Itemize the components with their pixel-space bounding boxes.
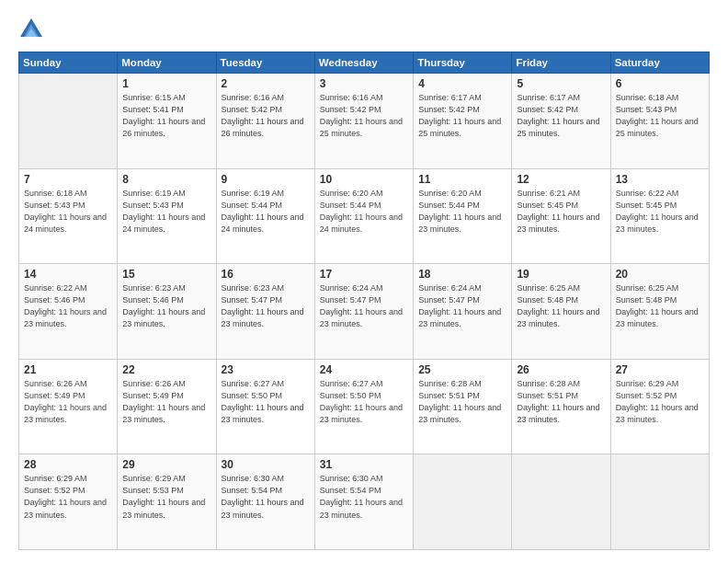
calendar-cell: 5Sunrise: 6:17 AM Sunset: 5:42 PM Daylig… (512, 74, 610, 169)
day-number: 23 (222, 363, 310, 376)
day-number: 17 (320, 268, 408, 281)
calendar-cell: 2Sunrise: 6:16 AM Sunset: 5:42 PM Daylig… (216, 74, 314, 169)
week-row-3: 14Sunrise: 6:22 AM Sunset: 5:46 PM Dayli… (19, 264, 710, 360)
week-row-1: 1Sunrise: 6:15 AM Sunset: 5:41 PM Daylig… (19, 74, 710, 169)
day-number: 4 (418, 77, 506, 90)
weekday-header-friday: Friday (512, 52, 610, 74)
weekday-header-saturday: Saturday (610, 52, 709, 74)
day-info: Sunrise: 6:25 AM Sunset: 5:48 PM Dayligh… (517, 282, 605, 330)
day-info: Sunrise: 6:23 AM Sunset: 5:46 PM Dayligh… (122, 282, 210, 330)
weekday-header-tuesday: Tuesday (216, 52, 314, 74)
day-info: Sunrise: 6:28 AM Sunset: 5:51 PM Dayligh… (418, 378, 506, 426)
day-info: Sunrise: 6:19 AM Sunset: 5:44 PM Dayligh… (222, 188, 310, 236)
page: SundayMondayTuesdayWednesdayThursdayFrid… (0, 0, 728, 563)
day-number: 1 (122, 77, 210, 90)
day-number: 14 (24, 268, 112, 281)
calendar-cell: 26Sunrise: 6:28 AM Sunset: 5:51 PM Dayli… (512, 359, 610, 454)
day-number: 10 (320, 173, 408, 186)
day-info: Sunrise: 6:30 AM Sunset: 5:54 PM Dayligh… (222, 473, 310, 521)
calendar-cell: 16Sunrise: 6:23 AM Sunset: 5:47 PM Dayli… (216, 264, 314, 360)
calendar-cell: 19Sunrise: 6:25 AM Sunset: 5:48 PM Dayli… (512, 264, 610, 360)
calendar-cell: 9Sunrise: 6:19 AM Sunset: 5:44 PM Daylig… (216, 168, 314, 264)
day-info: Sunrise: 6:15 AM Sunset: 5:41 PM Dayligh… (122, 92, 210, 140)
calendar-cell: 17Sunrise: 6:24 AM Sunset: 5:47 PM Dayli… (314, 264, 413, 360)
day-info: Sunrise: 6:29 AM Sunset: 5:52 PM Dayligh… (24, 473, 112, 521)
day-info: Sunrise: 6:18 AM Sunset: 5:43 PM Dayligh… (616, 92, 704, 140)
day-info: Sunrise: 6:29 AM Sunset: 5:53 PM Dayligh… (122, 473, 210, 521)
day-number: 15 (122, 268, 210, 281)
weekday-header-thursday: Thursday (414, 52, 512, 74)
day-info: Sunrise: 6:21 AM Sunset: 5:45 PM Dayligh… (517, 188, 605, 236)
calendar-cell: 7Sunrise: 6:18 AM Sunset: 5:43 PM Daylig… (19, 168, 118, 264)
weekday-header-sunday: Sunday (19, 52, 118, 74)
calendar-cell: 3Sunrise: 6:16 AM Sunset: 5:42 PM Daylig… (314, 74, 413, 169)
calendar-cell (19, 74, 118, 169)
day-number: 26 (517, 363, 605, 376)
day-info: Sunrise: 6:22 AM Sunset: 5:45 PM Dayligh… (616, 188, 704, 236)
calendar-cell: 28Sunrise: 6:29 AM Sunset: 5:52 PM Dayli… (19, 454, 118, 550)
day-info: Sunrise: 6:27 AM Sunset: 5:50 PM Dayligh… (320, 378, 408, 426)
calendar-cell: 8Sunrise: 6:19 AM Sunset: 5:43 PM Daylig… (118, 168, 216, 264)
calendar-cell: 12Sunrise: 6:21 AM Sunset: 5:45 PM Dayli… (512, 168, 610, 264)
day-info: Sunrise: 6:26 AM Sunset: 5:49 PM Dayligh… (122, 378, 210, 426)
day-info: Sunrise: 6:25 AM Sunset: 5:48 PM Dayligh… (616, 282, 704, 330)
week-row-5: 28Sunrise: 6:29 AM Sunset: 5:52 PM Dayli… (19, 454, 710, 550)
day-info: Sunrise: 6:29 AM Sunset: 5:52 PM Dayligh… (616, 378, 704, 426)
calendar-cell: 1Sunrise: 6:15 AM Sunset: 5:41 PM Daylig… (118, 74, 216, 169)
calendar-cell: 22Sunrise: 6:26 AM Sunset: 5:49 PM Dayli… (118, 359, 216, 454)
calendar-cell: 29Sunrise: 6:29 AM Sunset: 5:53 PM Dayli… (118, 454, 216, 550)
day-number: 19 (517, 268, 605, 281)
week-row-2: 7Sunrise: 6:18 AM Sunset: 5:43 PM Daylig… (19, 168, 710, 264)
calendar-cell: 23Sunrise: 6:27 AM Sunset: 5:50 PM Dayli… (216, 359, 314, 454)
calendar-cell (512, 454, 610, 550)
day-info: Sunrise: 6:20 AM Sunset: 5:44 PM Dayligh… (320, 188, 408, 236)
calendar-cell: 18Sunrise: 6:24 AM Sunset: 5:47 PM Dayli… (414, 264, 512, 360)
day-info: Sunrise: 6:24 AM Sunset: 5:47 PM Dayligh… (320, 282, 408, 330)
logo-icon (18, 17, 44, 42)
day-number: 6 (616, 77, 704, 90)
day-number: 11 (418, 173, 506, 186)
calendar-cell: 25Sunrise: 6:28 AM Sunset: 5:51 PM Dayli… (414, 359, 512, 454)
header-row: SundayMondayTuesdayWednesdayThursdayFrid… (19, 52, 710, 74)
day-number: 3 (320, 77, 408, 90)
calendar-cell: 27Sunrise: 6:29 AM Sunset: 5:52 PM Dayli… (610, 359, 709, 454)
day-info: Sunrise: 6:24 AM Sunset: 5:47 PM Dayligh… (418, 282, 506, 330)
calendar-cell: 13Sunrise: 6:22 AM Sunset: 5:45 PM Dayli… (610, 168, 709, 264)
week-row-4: 21Sunrise: 6:26 AM Sunset: 5:49 PM Dayli… (19, 359, 710, 454)
day-number: 28 (24, 458, 112, 471)
logo (18, 17, 48, 42)
day-info: Sunrise: 6:20 AM Sunset: 5:44 PM Dayligh… (418, 188, 506, 236)
weekday-header-monday: Monday (118, 52, 216, 74)
day-number: 21 (24, 363, 112, 376)
calendar-cell: 10Sunrise: 6:20 AM Sunset: 5:44 PM Dayli… (314, 168, 413, 264)
calendar-cell: 31Sunrise: 6:30 AM Sunset: 5:54 PM Dayli… (314, 454, 413, 550)
day-info: Sunrise: 6:16 AM Sunset: 5:42 PM Dayligh… (320, 92, 408, 140)
calendar-table: SundayMondayTuesdayWednesdayThursdayFrid… (18, 52, 710, 550)
calendar-cell: 4Sunrise: 6:17 AM Sunset: 5:42 PM Daylig… (414, 74, 512, 169)
calendar-header: SundayMondayTuesdayWednesdayThursdayFrid… (19, 52, 710, 74)
calendar-cell: 24Sunrise: 6:27 AM Sunset: 5:50 PM Dayli… (314, 359, 413, 454)
calendar-cell: 30Sunrise: 6:30 AM Sunset: 5:54 PM Dayli… (216, 454, 314, 550)
calendar-cell: 11Sunrise: 6:20 AM Sunset: 5:44 PM Dayli… (414, 168, 512, 264)
calendar-cell: 20Sunrise: 6:25 AM Sunset: 5:48 PM Dayli… (610, 264, 709, 360)
day-number: 2 (222, 77, 310, 90)
day-number: 18 (418, 268, 506, 281)
day-number: 22 (122, 363, 210, 376)
day-number: 8 (122, 173, 210, 186)
calendar-cell: 21Sunrise: 6:26 AM Sunset: 5:49 PM Dayli… (19, 359, 118, 454)
day-number: 12 (517, 173, 605, 186)
day-number: 27 (616, 363, 704, 376)
day-number: 5 (517, 77, 605, 90)
day-number: 20 (616, 268, 704, 281)
day-number: 16 (222, 268, 310, 281)
day-number: 30 (222, 458, 310, 471)
day-info: Sunrise: 6:26 AM Sunset: 5:49 PM Dayligh… (24, 378, 112, 426)
day-info: Sunrise: 6:23 AM Sunset: 5:47 PM Dayligh… (222, 282, 310, 330)
calendar-body: 1Sunrise: 6:15 AM Sunset: 5:41 PM Daylig… (19, 74, 710, 550)
day-info: Sunrise: 6:19 AM Sunset: 5:43 PM Dayligh… (122, 188, 210, 236)
calendar-cell (414, 454, 512, 550)
header (18, 17, 710, 42)
day-info: Sunrise: 6:18 AM Sunset: 5:43 PM Dayligh… (24, 188, 112, 236)
day-number: 31 (320, 458, 408, 471)
day-number: 25 (418, 363, 506, 376)
